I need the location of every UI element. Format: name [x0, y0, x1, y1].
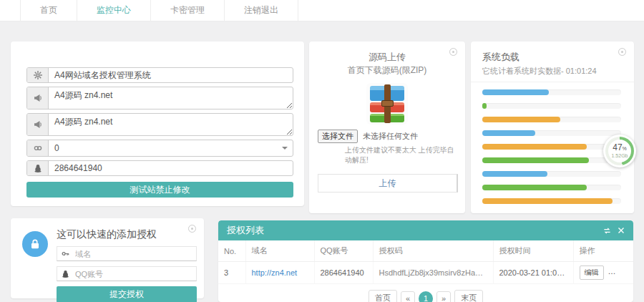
upload-tip: 上传文件建议不要太大 上传完毕自动解压!: [345, 145, 458, 165]
pagination: 首页 « 1 » 末页: [218, 290, 633, 302]
announcement-icon: [27, 114, 49, 135]
load-bar: [482, 130, 621, 136]
load-bar: [482, 171, 621, 177]
load-bar: [482, 117, 621, 122]
auth-list-header: 授权列表: [218, 220, 633, 240]
table-row: 3 http://zn4.net 2864641940 HsdhdfLjZb8j…: [218, 262, 633, 284]
submit-auth-button[interactable]: 提交授权: [57, 286, 197, 302]
qq-icon: [27, 161, 49, 175]
key-icon: [62, 250, 69, 258]
nav-item-monitor-center[interactable]: 监控中心: [77, 0, 151, 21]
domain-field-group: [57, 246, 197, 261]
upload-subtitle: 首页下载源码(限ZIP): [309, 64, 465, 77]
quick-auth-panel: 这可以快速的添加授权 提交授权: [11, 218, 204, 298]
col-qq: QQ账号: [314, 240, 373, 262]
nav-item-logout[interactable]: 注销退出: [225, 0, 298, 21]
notice-textarea-1[interactable]: A4源码 zn4.net: [49, 87, 293, 109]
upload-button[interactable]: 上传: [318, 174, 458, 193]
domain-link[interactable]: http://zn4.net: [252, 268, 298, 277]
save-settings-button[interactable]: 测试站禁止修改: [26, 182, 293, 198]
nav-item-card-management[interactable]: 卡密管理: [151, 0, 225, 21]
lock-icon: [22, 231, 48, 257]
cell-qq: 2864641940: [314, 262, 373, 284]
domain-input[interactable]: [75, 248, 192, 259]
qq-icon: [62, 270, 69, 278]
load-bar: [482, 144, 621, 150]
file-input-row: 选择文件 未选择任何文件: [318, 130, 458, 143]
cell-no: 3: [218, 262, 245, 284]
col-no: No.: [218, 240, 245, 262]
gauge-label: 1.52Gb: [612, 153, 628, 158]
choose-file-button[interactable]: 选择文件: [318, 130, 358, 143]
page-last-button[interactable]: 末页: [454, 290, 483, 302]
qq-field-group: [57, 266, 197, 281]
col-code: 授权码: [373, 240, 493, 262]
upload-title: 源码上传: [309, 51, 465, 64]
quick-auth-title: 这可以快速的添加授权: [57, 228, 197, 241]
notice-group-2: A4源码 zn4.net: [26, 113, 293, 136]
load-bar: [482, 198, 621, 204]
rar-archive-icon: [366, 83, 408, 125]
load-bar: [482, 157, 621, 163]
auth-list-panel: 授权列表 No. 域名 QQ账号 授权码 授权时间 操作 3 h: [218, 220, 633, 302]
site-name-input[interactable]: [49, 68, 293, 82]
page-first-button[interactable]: 首页: [369, 290, 397, 302]
option-select[interactable]: 0: [26, 140, 293, 157]
refresh-icon[interactable]: [603, 227, 611, 235]
col-actions: 操作: [573, 240, 633, 262]
nav-item-home[interactable]: 首页: [20, 0, 77, 21]
source-upload-panel: 源码上传 首页下载源码(限ZIP) 选择文件 未选择任何文件 上传文件建议不要太…: [309, 42, 465, 213]
page-current[interactable]: 1: [419, 291, 433, 302]
qq-number-input[interactable]: [49, 161, 293, 175]
auth-list-title: 授权列表: [227, 224, 264, 237]
gauge-percent: 47: [613, 142, 622, 152]
load-bar: [482, 185, 621, 190]
page-prev-button[interactable]: «: [401, 291, 415, 302]
collapse-icon[interactable]: [449, 48, 457, 56]
gear-icon: [27, 68, 49, 82]
collapse-icon[interactable]: [188, 225, 196, 233]
auth-table: No. 域名 QQ账号 授权码 授权时间 操作 3 http://zn4.net…: [218, 240, 633, 284]
system-load-subtitle: 它统计着系统时实数据- 01:01:24: [482, 66, 621, 77]
table-header-row: No. 域名 QQ账号 授权码 授权时间 操作: [218, 240, 633, 262]
qq-group: [26, 160, 293, 176]
qq-account-input[interactable]: [75, 268, 192, 279]
cell-auth-code: HsdhdfLjZb8jx39msirv8zHaDYHgi7Z: [373, 262, 493, 284]
load-bar: [482, 103, 621, 109]
col-time: 授权时间: [493, 240, 573, 262]
load-gauge: 47% 1.52Gb: [603, 135, 636, 167]
cell-time: 2020-03-21 01:00:26: [493, 262, 573, 284]
link-icon: [27, 140, 49, 156]
page-next-button[interactable]: »: [436, 291, 451, 302]
caret-down-icon: [282, 147, 288, 150]
announcement-icon: [27, 87, 49, 109]
col-domain: 域名: [245, 240, 314, 262]
system-load-title: 系统负载: [482, 51, 621, 64]
edit-button[interactable]: 编辑: [580, 266, 604, 280]
load-bar: [482, 89, 621, 95]
notice-textarea-2[interactable]: A4源码 zn4.net: [49, 114, 293, 135]
site-name-group: [26, 67, 293, 83]
collapse-icon[interactable]: [618, 48, 626, 56]
system-load-panel: 系统负载 它统计着系统时实数据- 01:01:24 47% 1.52Gb: [471, 42, 634, 213]
notice-group-1: A4源码 zn4.net: [26, 87, 293, 109]
close-icon[interactable]: [618, 227, 625, 234]
no-file-text: 未选择任何文件: [363, 131, 418, 142]
site-settings-panel: A4源码 zn4.net A4源码 zn4.net 0 测试站禁止修改: [11, 42, 304, 206]
select-value: 0: [49, 140, 293, 156]
top-navbar: 首页 监控中心 卡密管理 注销退出: [0, 0, 644, 21]
